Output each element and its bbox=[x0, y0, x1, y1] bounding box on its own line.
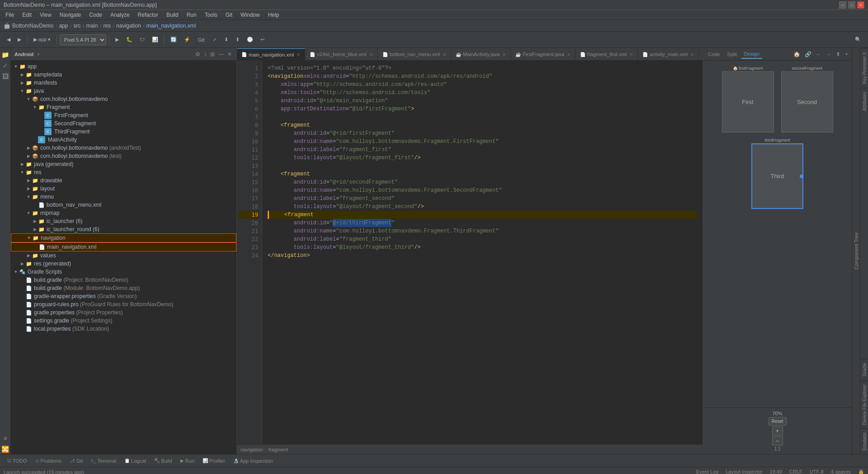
menu-window[interactable]: Window bbox=[237, 11, 264, 19]
breadcrumb-res[interactable]: res bbox=[103, 23, 111, 29]
tree-item-build-gradle-mod[interactable]: 📄 build.gradle (Module: BottomNavDemo.ap… bbox=[11, 284, 236, 292]
menu-tools[interactable]: Tools bbox=[201, 11, 221, 19]
tree-item-fragment-folder[interactable]: ▼ 📁 Fragment bbox=[11, 103, 236, 111]
device-file-explorer-tab[interactable]: Device File Explorer bbox=[860, 380, 868, 428]
tree-item-layout[interactable]: ▶ 📁 layout bbox=[11, 185, 236, 193]
debug-button[interactable]: 🐛 bbox=[123, 35, 136, 44]
menu-code[interactable]: Code bbox=[85, 11, 106, 19]
component-tree-panel[interactable]: Component Tree bbox=[852, 48, 860, 454]
tree-item-values[interactable]: ▶ 📁 values bbox=[11, 251, 236, 260]
tree-item-thirdfragment[interactable]: C ThirdFragment bbox=[11, 128, 236, 136]
proj-close-icon[interactable]: ✕ bbox=[226, 50, 233, 58]
layout-inspector-link[interactable]: Layout Inspector bbox=[726, 469, 762, 474]
terminal-tab[interactable]: >_ Terminal bbox=[87, 457, 120, 465]
run-tab[interactable]: ▶ Run bbox=[177, 457, 198, 465]
menu-refactor[interactable]: Refactor bbox=[134, 11, 162, 19]
search-everywhere-button[interactable]: 🔍 bbox=[852, 35, 864, 44]
minimize-button[interactable]: ─ bbox=[839, 1, 846, 9]
android-dropdown[interactable]: ▾ bbox=[37, 51, 40, 57]
tab-close-main-nav[interactable]: ✕ bbox=[297, 52, 300, 57]
logcat-tab[interactable]: 📋 Logcat bbox=[121, 457, 150, 465]
tree-item-java[interactable]: ▼ 📁 java bbox=[11, 87, 236, 95]
proj-gear-icon[interactable]: ⚙ bbox=[194, 50, 201, 58]
todo-tab[interactable]: ☑ TODO bbox=[4, 457, 31, 465]
profiler-tab[interactable]: 📊 Profiler bbox=[199, 457, 229, 465]
gradle-tab[interactable]: Gradle bbox=[860, 359, 868, 380]
resource-manager-icon[interactable]: 🖼 bbox=[0, 71, 10, 81]
tab-fragment-first-xml[interactable]: 📄 fragment_first.xml ✕ bbox=[576, 48, 638, 60]
indent-display[interactable]: 4 spaces bbox=[831, 469, 851, 474]
proj-filter-icon[interactable]: ⊞ bbox=[209, 50, 216, 58]
git-update[interactable]: ⬇ bbox=[221, 35, 231, 44]
commit-icon[interactable]: ✓ bbox=[0, 61, 10, 71]
breadcrumb-navigation[interactable]: navigation bbox=[116, 23, 141, 29]
breadcrumb-bottomnavdemo[interactable]: BottomNavDemo bbox=[12, 23, 53, 29]
invalidate-button[interactable]: ⚡ bbox=[181, 35, 193, 44]
tree-item-res-gen[interactable]: ▶ 📁 res (generated) bbox=[11, 260, 236, 268]
nav-breadcrumb-fragment[interactable]: fragment bbox=[269, 447, 288, 452]
tree-item-navigation[interactable]: ▼ 📁 navigation bbox=[11, 233, 236, 242]
home-nav-icon[interactable]: 🏠 bbox=[792, 50, 802, 58]
event-log-link[interactable]: Event Log bbox=[696, 469, 719, 474]
app-inspection-tab[interactable]: 🔬 App Inspection bbox=[230, 457, 277, 465]
zoom-minus-button[interactable]: − bbox=[772, 436, 783, 446]
run-config-button[interactable]: ▶ app ▾ bbox=[30, 35, 54, 44]
menu-help[interactable]: Help bbox=[264, 11, 283, 19]
profile-button[interactable]: 📊 bbox=[149, 35, 161, 44]
fit-screen-icon[interactable]: ⬆ bbox=[834, 50, 842, 58]
tree-item-res[interactable]: ▼ 📁 res bbox=[11, 168, 236, 176]
tab-close-bnm[interactable]: ✕ bbox=[443, 52, 446, 57]
design-view-tab[interactable]: Design bbox=[741, 49, 763, 59]
close-button[interactable]: ✕ bbox=[857, 1, 864, 9]
first-fragment-box[interactable]: First bbox=[722, 71, 774, 133]
tab-v24-ic-home-blue[interactable]: 📄 v24\ic_home_blue.xml ✕ bbox=[305, 48, 377, 60]
coverage-button[interactable]: 🛡 bbox=[137, 35, 148, 44]
tree-item-firstfragment[interactable]: C FirstFragment bbox=[11, 111, 236, 119]
tree-item-ic-launcher[interactable]: ▶ 📁 ic_launcher (6) bbox=[11, 217, 236, 225]
tree-item-package-main[interactable]: ▼ 📦 com.holloyi.bottomnavdemo bbox=[11, 95, 236, 103]
code-view-tab[interactable]: Code bbox=[705, 49, 723, 59]
menu-navigate[interactable]: Navigate bbox=[56, 11, 85, 19]
tree-item-drawable[interactable]: ▶ 📁 drawable bbox=[11, 176, 236, 185]
tree-item-local-props[interactable]: 📄 local.properties (SDK Location) bbox=[11, 325, 236, 333]
tab-close-ff[interactable]: ✕ bbox=[567, 52, 571, 57]
zoom-plus-button[interactable]: + bbox=[772, 427, 783, 436]
split-view-tab[interactable]: Split bbox=[724, 49, 740, 59]
code-content[interactable]: <?xml version="1.0" encoding="utf-8"?> <… bbox=[262, 61, 703, 444]
build-tab[interactable]: 🔨 Build bbox=[151, 457, 175, 465]
tree-item-build-gradle-proj[interactable]: 📄 build.gradle (Project: BottomNavDemo) bbox=[11, 276, 236, 284]
tab-main-navigation-xml[interactable]: 📄 main_navigation.xml ✕ bbox=[237, 48, 305, 60]
git-check[interactable]: ✓ bbox=[210, 35, 220, 44]
tab-mainactivity[interactable]: ☕ MainActivity.java ✕ bbox=[451, 48, 511, 60]
menu-file[interactable]: File bbox=[2, 11, 18, 19]
breadcrumb-src[interactable]: src bbox=[73, 23, 80, 29]
menu-git[interactable]: Git bbox=[222, 11, 236, 19]
menu-view[interactable]: View bbox=[36, 11, 55, 19]
tab-close-fragment-ff[interactable]: ✕ bbox=[629, 52, 633, 57]
git-rollback[interactable]: ↩ bbox=[257, 35, 268, 44]
tree-item-mipmap[interactable]: ▼ 📁 mipmap bbox=[11, 209, 236, 217]
git-history[interactable]: 🕐 bbox=[244, 35, 256, 44]
pan-right-icon[interactable]: → bbox=[824, 50, 833, 58]
git-push[interactable]: ⬆ bbox=[232, 35, 243, 44]
git-tab[interactable]: ⎇ Git bbox=[66, 457, 86, 465]
tree-item-gradle-props[interactable]: 📄 gradle.properties (Project Properties) bbox=[11, 308, 236, 317]
emulator-tab[interactable]: Emulator bbox=[860, 428, 868, 454]
second-fragment-box[interactable]: Second bbox=[781, 71, 833, 133]
tree-item-bottom-nav-menu[interactable]: 📄 bottom_nav_menu.xml bbox=[11, 201, 236, 209]
run-button[interactable]: ▶ bbox=[112, 35, 122, 44]
problems-tab[interactable]: ⚠ Problems bbox=[32, 457, 65, 465]
menu-analyze[interactable]: Analyze bbox=[107, 11, 133, 19]
tree-item-secondfragment[interactable]: C SecondFragment bbox=[11, 119, 236, 128]
tree-item-gradle-wrapper[interactable]: 📄 gradle-wrapper.properties (Gradle Vers… bbox=[11, 292, 236, 300]
build-variants-icon[interactable]: 🔀 bbox=[0, 444, 10, 454]
maximize-button[interactable]: □ bbox=[848, 1, 855, 9]
tab-v24-selector[interactable]: 📄 v24\selector... ✕ bbox=[699, 48, 703, 60]
tree-item-androidtest[interactable]: ▶ 📦 com.holloyi.bottomnavdemo (androidTe… bbox=[11, 144, 236, 152]
add-icon[interactable]: + bbox=[843, 50, 850, 58]
structure-icon[interactable]: ≡ bbox=[0, 433, 10, 443]
proj-sort-icon[interactable]: ↕ bbox=[203, 50, 208, 58]
device-selector[interactable]: Pixel 5 A PI 28 bbox=[60, 34, 106, 45]
tree-item-ic-launcher-round[interactable]: ▶ 📁 ic_launcher_round (6) bbox=[11, 225, 236, 233]
tree-item-manifests[interactable]: ▶ 📁 manifests bbox=[11, 79, 236, 87]
